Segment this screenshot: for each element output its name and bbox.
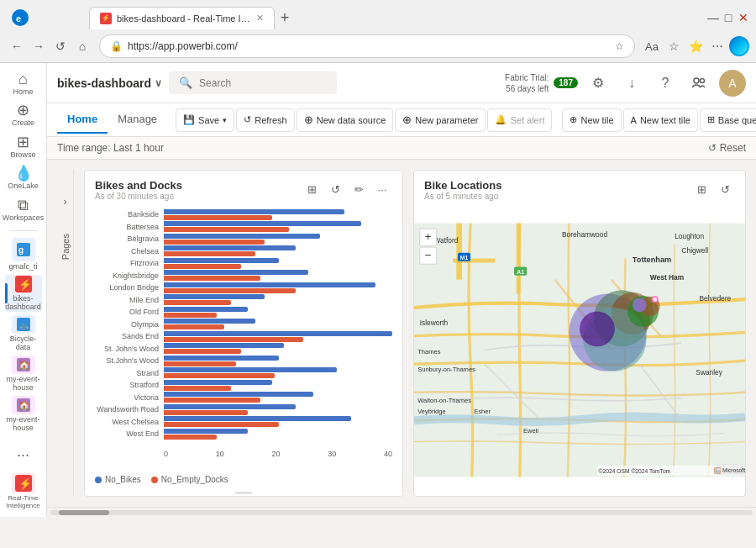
search-box[interactable]: 🔍 <box>169 71 337 94</box>
help-button[interactable]: ? <box>652 70 679 97</box>
maximize-button[interactable]: □ <box>722 12 734 24</box>
sidebar-more-button[interactable]: ··· <box>5 436 42 473</box>
new-parameter-button[interactable]: ⊕ New parameter <box>395 108 486 132</box>
settings-button[interactable]: ⚙ <box>585 70 612 97</box>
active-tab[interactable]: ⚡ bikes-dashboard - Real-Time Inte... ✕ <box>89 7 275 29</box>
back-button[interactable]: ← <box>7 36 27 56</box>
chart2-subtitle: As of 5 minutes ago <box>424 192 501 201</box>
svg-point-2 <box>731 38 748 55</box>
sidebar-item-create[interactable]: ⊕ Create <box>5 101 42 129</box>
sidebar-item-gmafc[interactable]: g gmafc_ti <box>5 238 42 271</box>
reset-button[interactable]: ↺ Reset <box>708 142 746 154</box>
bar-blue <box>164 307 248 312</box>
time-range-label: Time range: Last 1 hour <box>57 142 164 154</box>
bike-locations-card: Bike Locations As of 5 minutes ago ⊞ ↺ <box>413 170 746 497</box>
chart-row: London Bridge <box>88 282 392 293</box>
search-input[interactable] <box>199 77 300 89</box>
chart-label: West Chelsea <box>88 418 164 426</box>
svg-text:Tottenham: Tottenham <box>633 256 671 264</box>
horizontal-scrollbar[interactable] <box>47 507 756 517</box>
more-options-button-1[interactable]: ··· <box>372 179 392 199</box>
favorites-icon[interactable]: ☆ <box>615 40 624 52</box>
browser-menu-button[interactable]: ··· <box>707 36 727 56</box>
sidebar-item-home[interactable]: ⌂ Home <box>5 70 42 97</box>
sidebar-browse-label: Browse <box>10 151 35 160</box>
bar-red <box>164 361 236 366</box>
bar-blue <box>164 343 284 348</box>
edit-visual-button-1[interactable]: ✏ <box>349 179 369 199</box>
pages-tab[interactable]: Pages <box>57 227 74 266</box>
edge-profile-icon[interactable] <box>729 36 749 56</box>
legend-docks-dot <box>151 477 158 483</box>
focus-mode-button-2[interactable]: ⊞ <box>691 179 711 199</box>
sidebar-realtime-button[interactable]: ⚡ Real-TimeIntelligence <box>5 473 42 510</box>
chart1-subtitle: As of 30 minutes ago <box>95 192 182 201</box>
focus-mode-button-1[interactable]: ⊞ <box>302 179 322 199</box>
tab-manage[interactable]: Manage <box>108 106 167 134</box>
user-avatar[interactable]: A <box>719 70 746 97</box>
chart-bars <box>164 221 392 232</box>
chart-label: St.John's Wood <box>88 356 164 365</box>
close-button[interactable]: ✕ <box>738 12 749 24</box>
read-mode-button[interactable]: Aa <box>642 36 662 56</box>
save-button[interactable]: 💾 Save ▾ <box>176 108 234 132</box>
sidebar-item-bikes-dashboard[interactable]: ⚡ bikes-dashboard <box>5 275 42 312</box>
chart-bars <box>164 307 392 318</box>
chart-bars <box>164 319 392 329</box>
chart-label: Belgravia <box>88 234 164 243</box>
refresh-button[interactable]: ↺ <box>50 36 71 56</box>
url-input[interactable] <box>128 40 610 52</box>
sidebar-event2-label: my-event-house <box>6 416 39 433</box>
chart-row: Fitzrovia <box>88 258 392 269</box>
new-tab-button[interactable]: + <box>275 8 295 28</box>
refresh-button[interactable]: ↺ Refresh <box>236 108 295 132</box>
workspace-label[interactable]: bikes-dashboard ∨ <box>57 76 162 90</box>
collections-button[interactable]: ⭐ <box>685 36 706 56</box>
chart-label: St. John's Wood <box>88 345 164 353</box>
pages-collapse-icon[interactable]: › <box>64 196 67 208</box>
bar-blue <box>164 416 351 421</box>
forward-button[interactable]: → <box>29 36 49 56</box>
reset-icon: ↺ <box>708 142 717 154</box>
tab-close-button[interactable]: ✕ <box>256 13 264 24</box>
svg-text:e: e <box>16 13 21 24</box>
refresh-visual-button-1[interactable]: ↺ <box>325 179 345 199</box>
download-button[interactable]: ↓ <box>618 70 645 97</box>
set-alert-button[interactable]: 🔔 Set alert <box>487 108 552 132</box>
sidebar-bicycle-label: Bicycle-data <box>10 335 37 352</box>
minimize-button[interactable]: — <box>707 12 719 24</box>
refresh-visual-button-2[interactable]: ↺ <box>715 179 735 199</box>
scrollbar-thumb[interactable] <box>59 510 109 515</box>
tab-home[interactable]: Home <box>57 106 108 134</box>
new-text-tile-button[interactable]: A New text tile <box>623 108 698 132</box>
new-data-source-button[interactable]: ⊕ New data source <box>297 108 394 132</box>
home-button[interactable]: ⌂ <box>72 36 92 56</box>
new-tile-button[interactable]: ⊕ New tile <box>562 108 621 132</box>
sidebar-create-label: Create <box>12 119 34 128</box>
sidebar-item-event-house-2[interactable]: 🏠 my-event-house <box>5 396 42 433</box>
chart-label: Mile End <box>88 296 164 304</box>
base-queries-button[interactable]: ⊞ Base queries <box>700 108 756 132</box>
svg-text:🏠: 🏠 <box>18 399 30 411</box>
left-sidebar: ⌂ Home ⊕ Create ⊞ Browse 💧 OneLake ⧉ Wor… <box>0 63 47 517</box>
share-people-button[interactable] <box>685 70 712 97</box>
favorites-button[interactable]: ☆ <box>664 36 684 56</box>
sidebar-item-event-house-1[interactable]: 🏠 my-event-house <box>5 356 42 393</box>
sidebar-item-browse[interactable]: ⊞ Browse <box>5 133 42 161</box>
workspace-name: bikes-dashboard <box>57 76 151 90</box>
sidebar-item-workspaces[interactable]: ⧉ Workspaces <box>5 196 42 224</box>
chart-label: Battersea <box>88 223 164 231</box>
home-icon: ⌂ <box>18 71 28 87</box>
map-area[interactable]: M1 A1 Watford Borehamwood Loughton Totte… <box>414 204 745 496</box>
sidebar-item-onelake[interactable]: 💧 OneLake <box>5 164 42 192</box>
bar-blue <box>164 367 337 372</box>
svg-text:Chigwell: Chigwell <box>682 246 709 255</box>
resize-handle-1[interactable] <box>85 489 402 496</box>
bar-red <box>164 435 217 440</box>
new-data-source-icon: ⊕ <box>304 113 313 126</box>
svg-text:Walton-on-Thames: Walton-on-Thames <box>417 397 471 404</box>
chart-row: Mile End <box>88 294 392 305</box>
sidebar-item-bicycle-data[interactable]: 🚲 Bicycle-data <box>5 315 42 352</box>
onelake-icon: 💧 <box>14 166 33 181</box>
address-bar[interactable]: 🔒 ☆ <box>99 34 635 58</box>
